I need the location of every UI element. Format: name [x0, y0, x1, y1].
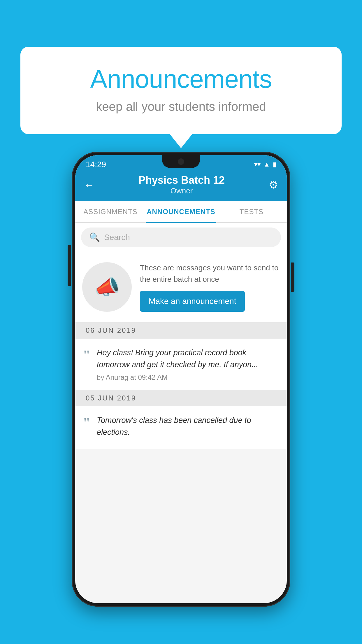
search-input[interactable]: Search	[104, 233, 130, 242]
search-bar[interactable]: 🔍 Search	[81, 228, 281, 247]
prompt-content: These are messages you want to send to t…	[140, 262, 280, 312]
status-time: 14:29	[86, 160, 106, 169]
megaphone-icon: 📣	[94, 275, 120, 299]
battery-icon: ▮	[273, 161, 276, 168]
signal-icon: ▲	[263, 161, 270, 168]
announcement-item-1[interactable]: " Hey class! Bring your practical record…	[75, 339, 287, 390]
bubble-subtitle: keep all your students informed	[44, 100, 318, 114]
announcement-content-1: Hey class! Bring your practical record b…	[97, 347, 279, 382]
megaphone-circle: 📣	[82, 262, 132, 312]
quote-icon-1: "	[83, 348, 90, 364]
tab-tests[interactable]: TESTS	[216, 201, 287, 222]
header-subtitle: Owner	[94, 186, 269, 195]
quote-icon-2: "	[83, 416, 90, 431]
date-separator-2: 05 JUN 2019	[75, 390, 287, 406]
phone-outer: 14:29 ▾▾ ▲ ▮ ← Physics Batch 12 Owner ⚙	[72, 152, 290, 607]
announcement-text-2: Tomorrow's class has been cancelled due …	[97, 414, 279, 438]
settings-icon[interactable]: ⚙	[269, 179, 278, 191]
wifi-icon: ▾▾	[254, 161, 261, 168]
phone-screen: 14:29 ▾▾ ▲ ▮ ← Physics Batch 12 Owner ⚙	[75, 155, 287, 603]
prompt-description: These are messages you want to send to t…	[140, 262, 280, 285]
tab-assignments[interactable]: ASSIGNMENTS	[75, 201, 146, 222]
search-container: 🔍 Search	[75, 223, 287, 252]
status-icons: ▾▾ ▲ ▮	[254, 161, 276, 168]
tab-announcements[interactable]: ANNOUNCEMENTS	[146, 201, 216, 222]
announcement-prompt: 📣 These are messages you want to send to…	[75, 252, 287, 322]
date-separator-1: 06 JUN 2019	[75, 322, 287, 339]
header-center: Physics Batch 12 Owner	[94, 174, 269, 195]
announcement-item-2[interactable]: " Tomorrow's class has been cancelled du…	[75, 406, 287, 449]
announcement-meta-1: by Anurag at 09:42 AM	[97, 373, 279, 382]
phone-notch	[162, 155, 200, 168]
intro-section: Announcements keep all your students inf…	[20, 47, 342, 134]
make-announcement-button[interactable]: Make an announcement	[140, 291, 245, 312]
announcement-content-2: Tomorrow's class has been cancelled due …	[97, 414, 279, 441]
phone-device: 14:29 ▾▾ ▲ ▮ ← Physics Batch 12 Owner ⚙	[72, 152, 290, 607]
announcement-text-1: Hey class! Bring your practical record b…	[97, 347, 279, 370]
header-title: Physics Batch 12	[94, 174, 269, 186]
search-icon: 🔍	[89, 232, 100, 242]
app-header: ← Physics Batch 12 Owner ⚙	[75, 171, 287, 201]
speech-bubble: Announcements keep all your students inf…	[20, 47, 342, 134]
tabs-bar: ASSIGNMENTS ANNOUNCEMENTS TESTS	[75, 201, 287, 223]
bubble-title: Announcements	[44, 64, 318, 94]
front-camera	[178, 158, 184, 165]
back-button[interactable]: ←	[84, 179, 94, 191]
